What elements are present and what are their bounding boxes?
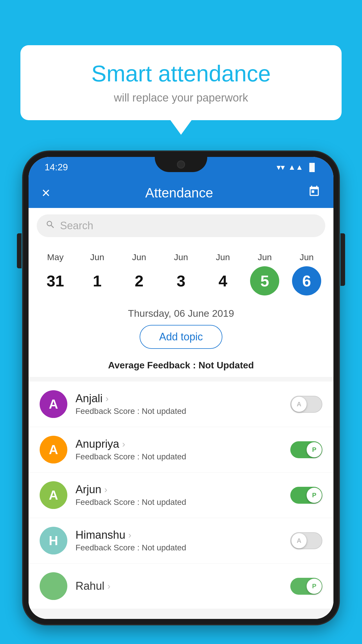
avatar-anjali: A: [40, 390, 67, 418]
chevron-right-icon: ›: [128, 530, 131, 540]
wifi-icon: ▾▾: [277, 162, 285, 172]
toggle-partial[interactable]: P: [290, 578, 322, 595]
battery-icon: ▐▌: [307, 163, 317, 172]
feedback-label: Average Feedback :: [108, 360, 198, 370]
add-topic-button[interactable]: Add topic: [140, 325, 222, 349]
student-info-anjali: Anjali › Feedback Score : Not updated: [75, 392, 282, 416]
feedback-value-anupriya: Not updated: [142, 452, 186, 461]
student-name-anupriya: Anupriya: [75, 438, 119, 450]
student-info-anupriya: Anupriya › Feedback Score : Not updated: [75, 438, 282, 461]
student-list: A Anjali › Feedback Score : Not updated: [29, 382, 333, 609]
chevron-right-icon: ›: [104, 484, 108, 495]
feedback-value-himanshu: Not updated: [142, 543, 186, 552]
avatar-partial: [40, 572, 67, 600]
phone-screen: 14:29 ▾▾ ▲▲ ▐▌ × Attendance: [29, 157, 333, 619]
feedback-value: Not Updated: [198, 360, 254, 370]
cal-day-0[interactable]: May 31: [38, 252, 73, 295]
status-time: 14:29: [45, 162, 68, 173]
phone-container: 14:29 ▾▾ ▲▲ ▐▌ × Attendance: [23, 152, 339, 644]
student-item-partial[interactable]: Rahul › P: [29, 564, 333, 609]
student-info-arjun: Arjun › Feedback Score : Not updated: [75, 483, 282, 507]
toggle-anupriya[interactable]: P: [290, 441, 322, 458]
bubble-subtitle: will replace your paperwork: [38, 92, 324, 104]
student-name-partial: Rahul: [75, 580, 104, 592]
speech-bubble-container: Smart attendance will replace your paper…: [20, 45, 342, 120]
feedback-info: Average Feedback : Not Updated: [29, 357, 333, 377]
search-bar[interactable]: Search: [37, 214, 325, 237]
header-title: Attendance: [145, 185, 213, 201]
cal-day-6[interactable]: Jun 6: [289, 252, 324, 295]
cal-day-5[interactable]: Jun 5: [247, 252, 282, 295]
app-header: × Attendance: [29, 177, 333, 208]
cal-day-2[interactable]: Jun 2: [122, 252, 157, 295]
search-bar-container: Search: [29, 208, 333, 244]
signal-icon: ▲▲: [288, 163, 303, 172]
student-item-anjali[interactable]: A Anjali › Feedback Score : Not updated: [29, 382, 333, 427]
toggle-knob-anjali: A: [291, 397, 307, 412]
feedback-label-anjali: Feedback Score :: [75, 407, 142, 416]
toggle-arjun[interactable]: P: [290, 487, 322, 504]
avatar-arjun: A: [40, 481, 67, 509]
student-item-anupriya[interactable]: A Anupriya › Feedback Score : Not update…: [29, 427, 333, 473]
student-name-anjali: Anjali: [75, 392, 103, 405]
student-item-himanshu[interactable]: H Himanshu › Feedback Score : Not update…: [29, 518, 333, 564]
phone-outer: 14:29 ▾▾ ▲▲ ▐▌ × Attendance: [23, 152, 339, 624]
cal-day-3[interactable]: Jun 3: [164, 252, 198, 295]
avatar-anupriya: A: [40, 436, 67, 463]
add-topic-container: Add topic: [29, 322, 333, 357]
chevron-right-icon: ›: [122, 439, 125, 449]
search-icon: [45, 220, 55, 232]
chevron-right-icon: ›: [107, 581, 110, 592]
selected-date-label: Thursday, 06 June 2019: [29, 301, 333, 322]
bubble-title: Smart attendance: [38, 61, 324, 86]
app-content: Search May 31 Jun 1 Jun 2: [29, 208, 333, 619]
calendar-strip: May 31 Jun 1 Jun 2 Jun 3: [29, 244, 333, 301]
toggle-knob-arjun: P: [307, 488, 322, 503]
close-button[interactable]: ×: [42, 186, 50, 200]
speech-bubble: Smart attendance will replace your paper…: [20, 45, 342, 120]
toggle-anjali[interactable]: A: [290, 396, 322, 413]
cal-day-1[interactable]: Jun 1: [80, 252, 115, 295]
phone-notch: [155, 157, 207, 172]
student-info-partial: Rahul ›: [75, 580, 282, 592]
feedback-value-arjun: Not updated: [142, 498, 186, 507]
feedback-label-himanshu: Feedback Score :: [75, 543, 142, 552]
calendar-icon[interactable]: [308, 185, 320, 200]
notch-camera: [177, 160, 185, 169]
cal-day-4[interactable]: Jun 4: [205, 252, 240, 295]
toggle-knob-himanshu: A: [291, 533, 307, 548]
feedback-label-arjun: Feedback Score :: [75, 498, 142, 507]
status-icons: ▾▾ ▲▲ ▐▌: [277, 162, 317, 172]
student-item-arjun[interactable]: A Arjun › Feedback Score : Not updated: [29, 473, 333, 518]
student-name-arjun: Arjun: [75, 483, 101, 496]
feedback-label-anupriya: Feedback Score :: [75, 452, 142, 461]
avatar-himanshu: H: [40, 527, 67, 554]
chevron-right-icon: ›: [106, 393, 109, 404]
search-input[interactable]: Search: [60, 220, 93, 232]
feedback-value-anjali: Not updated: [142, 407, 186, 416]
toggle-himanshu[interactable]: A: [290, 532, 322, 549]
toggle-knob-partial: P: [307, 579, 322, 594]
student-info-himanshu: Himanshu › Feedback Score : Not updated: [75, 529, 282, 552]
student-name-himanshu: Himanshu: [75, 529, 125, 541]
toggle-knob-anupriya: P: [307, 442, 322, 457]
